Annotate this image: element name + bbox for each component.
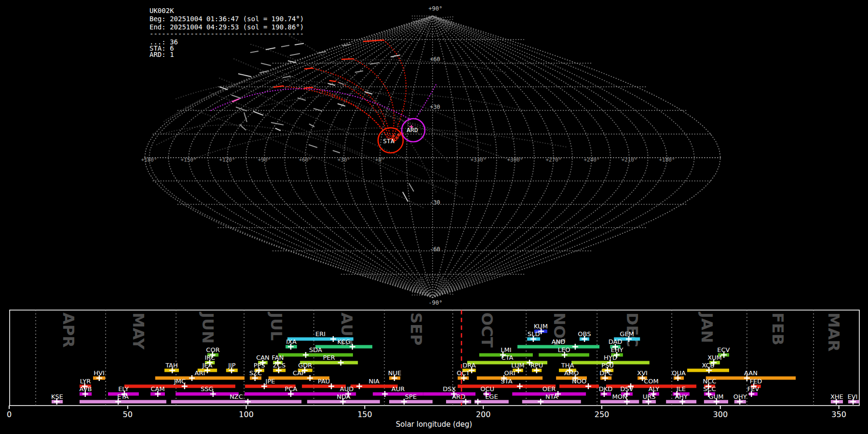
shower-bar-sta [458,385,556,388]
shower-label-urs: URS [643,393,656,400]
lon-label: +30° [338,157,351,163]
shower-bar-ari [155,377,244,380]
shower-label-aud: AUD [340,385,353,393]
tick-label-350: 350 [831,410,846,419]
tick-label-50: 50 [123,410,133,419]
shower-label-eta: ETA [117,393,129,400]
lon-label: +270° [545,157,561,163]
shower-label-jpe: JPE [265,378,275,385]
radiant-map-figure: STAARD +90°-90°+60+30-30-60+180°+150°+12… [0,0,868,434]
tick-label-100: 100 [239,410,254,419]
shower-label-per: PER [323,354,335,361]
shower-bar-nzc [171,400,301,404]
shower-label-xcb: XCB [702,362,715,369]
shower-label-cta: CTA [501,354,513,361]
month-label-jul: JUL [267,312,285,340]
shower-bar-spe [389,400,433,404]
month-label-dec: DEC [623,312,641,347]
shower-label-com: COM [644,378,659,385]
lat-label: +60 [430,56,440,63]
shower-label-qua: QUA [672,369,686,377]
lon-label: +300° [507,157,523,163]
lat-label: -30 [430,199,440,206]
shower-label-noo: NOO [572,378,586,385]
shower-label-and: AND [552,338,566,345]
shower-label-gem: GEM [620,330,634,338]
lat-label: +30 [430,104,440,110]
x-axis-title: Solar longitude (deg) [396,420,472,429]
background [0,0,868,434]
shower-label-sda: SDA [309,346,322,353]
shower-label-sta: STA [501,378,513,385]
shower-bar-nta [522,400,581,404]
shower-bar-eta [80,400,166,404]
shower-label-xum: XUM [707,354,722,361]
shower-bar-jmc [124,385,235,388]
shower-label-dpc: DPC [599,369,612,377]
shower-label-ori: ORI [504,369,515,377]
tick-label-300: 300 [713,410,728,419]
separator-line: -------------------------------------- [149,30,304,38]
shower-label-amo: AMO [564,369,579,377]
lon-label: +210° [621,157,637,163]
shower-label-mon: MON [612,393,627,400]
shower-label-nzc: NZC [230,393,243,400]
shower-label-aan: AAN [744,369,758,377]
station-id: UK002K [149,7,174,14]
shower-label-tha: THA [561,362,574,369]
shower-label-dkd: DKD [599,385,613,393]
shower-label-leo: LEO [558,346,570,353]
month-label-oct: OCT [478,312,496,348]
shower-label-nia: NIA [369,378,380,385]
lat-label: -60 [430,246,440,253]
radiant-label-sta: STA [383,137,394,145]
month-label-jun: JUN [199,312,217,344]
shower-label-ssg: SSG [201,385,214,393]
lon-label: +180° [659,157,675,163]
tick-label-200: 200 [476,410,491,419]
shower-label-ege: EGE [485,393,498,400]
shower-label-jmc: JMC [174,378,186,385]
shower-bar-mon [600,400,639,404]
shower-label-nta: NTA [545,393,558,400]
shower-label-ocu: OCU [480,385,494,393]
month-label-jan: JAN [698,312,716,343]
shower-label-eri: ERI [315,330,326,338]
shower-label-fev: FEV [747,385,760,393]
shower-label-ard: ARD [452,393,465,400]
shower-bar-dsx [423,393,475,396]
tick-label-250: 250 [595,410,610,419]
lon-label: +150° [180,157,196,163]
lon-label: +330° [470,157,486,163]
month-label-feb: FEB [769,312,787,345]
shower-label-xhe: XHE [830,393,843,400]
shower-label-aur: AUR [392,385,405,393]
shower-label-oer: OER [542,385,556,393]
lon-label: +180° [141,157,157,163]
lon-label: +0° [375,157,385,163]
shower-label-ely: ELY [118,385,129,393]
begin-time: Beg: 20251004 01:36:47 (sol = 190.74°) [149,15,304,23]
tick-label-0: 0 [7,410,12,419]
shower-bar-sda [278,353,353,357]
shower-label-scc: SCC [703,385,716,393]
pole-bottom-label: -90° [429,299,443,306]
shower-label-cap: CAP [293,369,305,377]
lon-label: +90° [258,157,271,163]
shower-label-nda: NDA [337,393,351,400]
month-label-sep: SEP [407,312,425,345]
shower-bar-pau [302,385,346,388]
shower-label-zcs: ZCS [273,362,285,369]
month-label-may: MAY [129,312,148,350]
lon-label: +60° [299,157,312,163]
shower-label-dra: DRA [462,362,476,369]
shower-label-kcg: KCG [338,338,351,345]
shower-bar-kcg [315,345,372,349]
tick-label-150: 150 [357,410,372,419]
shower-label-ahy: AHY [675,393,688,400]
month-label-mar: MAR [825,312,843,352]
lon-label: +240° [583,157,599,163]
shower-label-fed: FED [750,378,762,385]
count-ard: ARD: 1 [149,51,174,58]
shower-label-ncc: NCC [703,378,716,385]
